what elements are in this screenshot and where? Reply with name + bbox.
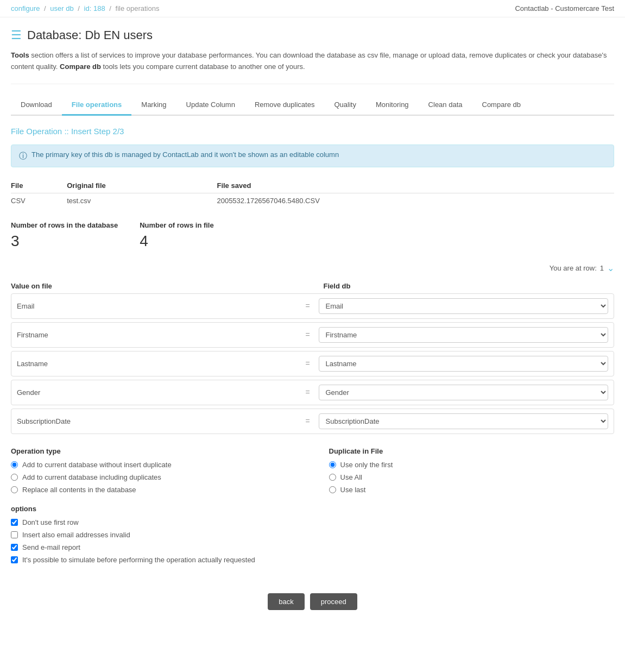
mapping-row-email: Email = Email bbox=[11, 293, 614, 319]
database-icon: ☰ bbox=[11, 28, 22, 42]
file-field-email: Email bbox=[17, 302, 297, 310]
mapping-row-lastname: Lastname = Lastname bbox=[11, 351, 614, 376]
footer-buttons: back proceed bbox=[11, 577, 614, 621]
breadcrumb: configure / user db / id: 188 / file ope… bbox=[11, 4, 159, 12]
operation-type-col: Operation type Add to current database w… bbox=[11, 447, 296, 494]
page-description: Tools section offers a list of services … bbox=[11, 50, 614, 73]
mapping-row-firstname: Firstname = Firstname bbox=[11, 322, 614, 348]
col-file-header: Value on file bbox=[11, 282, 302, 290]
dup-use-last-label: Use last bbox=[340, 486, 366, 494]
db-rows-block: Number of rows in the database 3 bbox=[11, 221, 118, 250]
chevron-down-icon[interactable]: ⌄ bbox=[607, 263, 614, 273]
tab-compare-db[interactable]: Compare db bbox=[472, 95, 531, 116]
mapping-row-subscriptiondate: SubscriptionDate = SubscriptionDate bbox=[11, 409, 614, 434]
db-rows-label: Number of rows in the database bbox=[11, 221, 118, 229]
duplicate-in-file-group: Use only the first Use All Use last bbox=[329, 461, 615, 494]
op-type-replace[interactable]: Replace all contents in the database bbox=[11, 486, 296, 494]
options-section: options Don't use first row Insert also … bbox=[11, 505, 614, 564]
operation-type-label: Operation type bbox=[11, 447, 296, 455]
page-title: Database: Db EN users bbox=[27, 28, 153, 42]
options-two-col: Operation type Add to current database w… bbox=[11, 447, 614, 494]
tab-clean-data[interactable]: Clean data bbox=[419, 95, 472, 116]
tabs-bar: Download File operations Marking Update … bbox=[11, 95, 614, 116]
info-message: The primary key of this db is managed by… bbox=[31, 150, 339, 159]
opt-send-email-report-label: Send e-mail report bbox=[22, 543, 80, 551]
col-original: Original file bbox=[67, 178, 217, 193]
duplicate-in-file-label: Duplicate in File bbox=[329, 447, 615, 455]
saved-filename: 2005532.1726567046.5480.CSV bbox=[217, 193, 614, 208]
opt-insert-invalid-email-label: Insert also email addresses invalid bbox=[22, 531, 130, 539]
stats-row: Number of rows in the database 3 Number … bbox=[11, 221, 614, 250]
opt-insert-invalid-email[interactable]: Insert also email addresses invalid bbox=[11, 531, 614, 539]
mapping-row-gender: Gender = Gender bbox=[11, 380, 614, 405]
operation-type-group: Add to current database without insert d… bbox=[11, 461, 296, 494]
mapping-section: Value on file Field db Email = Email Fir… bbox=[11, 279, 614, 434]
opt-dont-use-first-row-label: Don't use first row bbox=[22, 518, 79, 526]
dup-use-first-label: Use only the first bbox=[340, 461, 393, 469]
tab-marking[interactable]: Marking bbox=[131, 95, 176, 116]
file-rows-label: Number of rows in file bbox=[140, 221, 214, 229]
section-title: File Operation :: Insert Step 2/3 bbox=[11, 127, 614, 136]
info-icon: ⓘ bbox=[19, 151, 27, 161]
row-indicator-value: 1 bbox=[600, 264, 604, 272]
top-bar: configure / user db / id: 188 / file ope… bbox=[0, 0, 625, 17]
op-type-with-duplicate[interactable]: Add to current database including duplic… bbox=[11, 473, 296, 481]
db-field-gender[interactable]: Gender bbox=[319, 385, 609, 400]
info-box: ⓘ The primary key of this db is managed … bbox=[11, 145, 614, 167]
file-rows-block: Number of rows in file 4 bbox=[140, 221, 214, 250]
tab-file-operations[interactable]: File operations bbox=[62, 95, 131, 116]
col-saved: File saved bbox=[217, 178, 614, 193]
db-field-lastname[interactable]: Lastname bbox=[319, 356, 609, 372]
tab-monitoring[interactable]: Monitoring bbox=[366, 95, 419, 116]
dup-use-first[interactable]: Use only the first bbox=[329, 461, 615, 469]
db-rows-value: 3 bbox=[11, 233, 118, 250]
db-field-firstname[interactable]: Firstname bbox=[319, 327, 609, 343]
op-type-replace-label: Replace all contents in the database bbox=[22, 486, 136, 494]
op-type-no-duplicate[interactable]: Add to current database without insert d… bbox=[11, 461, 296, 469]
op-type-no-duplicate-label: Add to current database without insert d… bbox=[22, 461, 172, 469]
proceed-button[interactable]: proceed bbox=[310, 593, 357, 610]
db-field-email[interactable]: Email bbox=[319, 298, 609, 314]
file-field-firstname: Firstname bbox=[17, 331, 297, 339]
opt-simulate-label: It's possible to simulate before perform… bbox=[22, 556, 255, 564]
row-indicator-text: You are at row: bbox=[550, 264, 597, 272]
opt-dont-use-first-row[interactable]: Don't use first row bbox=[11, 518, 614, 526]
tab-quality[interactable]: Quality bbox=[324, 95, 365, 116]
tab-update-column[interactable]: Update Column bbox=[176, 95, 245, 116]
tab-download[interactable]: Download bbox=[11, 95, 62, 116]
bc-id[interactable]: id: 188 bbox=[84, 4, 105, 12]
col-file: File bbox=[11, 178, 67, 193]
options-label: options bbox=[11, 505, 614, 513]
divider bbox=[11, 84, 614, 84]
opt-send-email-report[interactable]: Send e-mail report bbox=[11, 543, 614, 551]
dup-use-all-label: Use All bbox=[340, 473, 362, 481]
back-button[interactable]: back bbox=[268, 593, 304, 610]
tab-remove-duplicates[interactable]: Remove duplicates bbox=[245, 95, 325, 116]
file-rows-value: 4 bbox=[140, 233, 214, 250]
company-label: Contactlab - Customercare Test bbox=[515, 4, 614, 12]
original-filename: test.csv bbox=[67, 193, 217, 208]
opt-simulate[interactable]: It's possible to simulate before perform… bbox=[11, 556, 614, 564]
file-field-lastname: Lastname bbox=[17, 360, 297, 368]
bc-configure[interactable]: configure bbox=[11, 4, 40, 12]
row-indicator: You are at row: 1 ⌄ bbox=[11, 263, 614, 273]
page-title-block: ☰ Database: Db EN users bbox=[11, 28, 614, 42]
duplicate-in-file-col: Duplicate in File Use only the first Use… bbox=[329, 447, 615, 494]
op-type-with-duplicate-label: Add to current database including duplic… bbox=[22, 473, 161, 481]
options-checkbox-group: Don't use first row Insert also email ad… bbox=[11, 518, 614, 564]
bc-userdb[interactable]: user db bbox=[50, 4, 73, 12]
file-field-subscriptiondate: SubscriptionDate bbox=[17, 417, 297, 425]
col-db-header: Field db bbox=[324, 282, 615, 290]
file-info-row: CSV test.csv 2005532.1726567046.5480.CSV bbox=[11, 193, 614, 208]
file-type: CSV bbox=[11, 193, 67, 208]
file-field-gender: Gender bbox=[17, 388, 297, 397]
bc-fileops: file operations bbox=[116, 4, 160, 12]
mapping-header: Value on file Field db bbox=[11, 279, 614, 293]
dup-use-last[interactable]: Use last bbox=[329, 486, 615, 494]
db-field-subscriptiondate[interactable]: SubscriptionDate bbox=[319, 413, 609, 429]
file-info-table: File Original file File saved CSV test.c… bbox=[11, 178, 614, 208]
dup-use-all[interactable]: Use All bbox=[329, 473, 615, 481]
